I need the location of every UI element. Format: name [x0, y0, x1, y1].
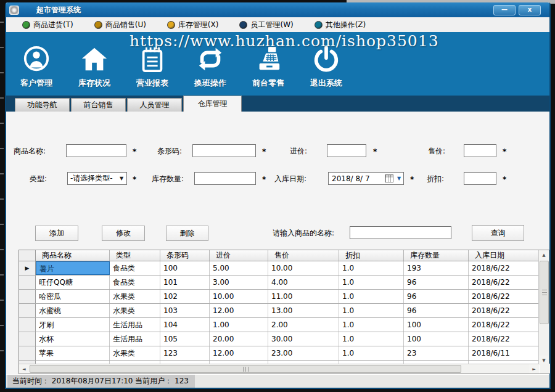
scroll-right-icon[interactable]: ►: [529, 364, 539, 374]
vertical-scrollbar[interactable]: ▲ ▼: [538, 250, 549, 365]
chevron-down-icon[interactable]: ▼: [395, 176, 403, 181]
table-cell[interactable]: 2018/6/22: [469, 304, 540, 317]
modify-button[interactable]: 修改: [102, 226, 145, 241]
buy-price-input[interactable]: [327, 144, 366, 157]
table-cell[interactable]: 1.0: [339, 261, 404, 275]
row-selector[interactable]: [19, 332, 36, 346]
row-selector[interactable]: ▶: [19, 261, 36, 275]
table-cell[interactable]: 193: [404, 261, 469, 275]
table-cell[interactable]: 2018/6/22: [469, 318, 540, 332]
table-cell[interactable]: 牙刷: [36, 318, 110, 332]
product-name-input[interactable]: [66, 144, 126, 157]
column-header-discount[interactable]: 折扣: [339, 250, 404, 261]
table-cell[interactable]: 103: [160, 304, 210, 317]
discount-input[interactable]: [464, 172, 496, 185]
table-cell[interactable]: 100: [404, 332, 469, 346]
barcode-input[interactable]: [192, 144, 256, 157]
table-cell[interactable]: 4.00: [268, 276, 339, 289]
table-cell[interactable]: 1.0: [339, 346, 404, 360]
title-bar[interactable]: 超市管理系统 — x: [6, 2, 549, 17]
table-cell[interactable]: 3.00: [210, 276, 268, 289]
tab-personnel[interactable]: 人员管理: [127, 98, 182, 112]
column-header-buyprice[interactable]: 进价: [210, 250, 268, 261]
table-row[interactable]: 哈密瓜水果类10210.0011.001.0962018/6/22: [19, 290, 549, 304]
type-select[interactable]: -请选择类型- ▼: [67, 172, 127, 185]
row-selector[interactable]: [19, 276, 36, 289]
table-cell[interactable]: 104: [160, 318, 210, 332]
calendar-icon[interactable]: [385, 174, 393, 182]
table-cell[interactable]: 100: [160, 261, 210, 275]
table-cell[interactable]: 水果类: [110, 346, 160, 360]
search-input[interactable]: [350, 226, 451, 239]
horizontal-scrollbar[interactable]: ◄ ►: [19, 364, 539, 374]
table-cell[interactable]: 薯片: [36, 261, 110, 275]
menu-item-purchase[interactable]: 商品进货(T): [20, 18, 76, 31]
table-row[interactable]: 水蜜桃水果类10312.0013.001.0962018/6/22: [19, 304, 549, 318]
toolbar-stock-status[interactable]: 库存状况: [65, 32, 123, 96]
table-cell[interactable]: 食品类: [110, 261, 160, 275]
column-header-barcode[interactable]: 条形码: [160, 250, 210, 261]
column-header-type[interactable]: 类型: [110, 250, 160, 261]
table-cell[interactable]: 102: [160, 290, 210, 303]
table-cell[interactable]: 2018/6/22: [469, 332, 540, 346]
menu-item-other[interactable]: 其他操作(Z): [312, 18, 369, 31]
menu-item-sales[interactable]: 商品销售(U): [92, 18, 149, 31]
table-cell[interactable]: 96: [404, 304, 469, 317]
table-cell[interactable]: 105: [160, 332, 210, 346]
table-cell[interactable]: 1.0: [339, 318, 404, 332]
table-cell[interactable]: 1.0: [339, 276, 404, 289]
stock-qty-input[interactable]: [194, 172, 256, 185]
table-cell[interactable]: 96: [404, 276, 469, 289]
table-cell[interactable]: 生活用品: [110, 318, 160, 332]
tab-warehouse[interactable]: 仓库管理: [183, 96, 242, 112]
table-cell[interactable]: 食品类: [110, 276, 160, 289]
scroll-up-icon[interactable]: ▲: [539, 250, 549, 259]
table-cell[interactable]: 96: [404, 290, 469, 303]
table-cell[interactable]: 123: [160, 346, 210, 360]
menu-item-inventory[interactable]: 库存管理(X): [165, 18, 221, 31]
row-selector[interactable]: [19, 304, 36, 317]
table-cell[interactable]: 水果类: [110, 304, 160, 317]
column-header-stockqty[interactable]: 库存数量: [404, 250, 469, 261]
table-cell[interactable]: 1.0: [339, 304, 404, 317]
table-cell[interactable]: 11.00: [268, 290, 339, 303]
table-row[interactable]: 水杯生活用品10520.0030.001.01002018/6/22: [19, 332, 549, 346]
table-cell[interactable]: 2018/6/11: [469, 346, 540, 360]
query-button[interactable]: 查询: [472, 225, 524, 241]
chevron-down-icon[interactable]: ▼: [117, 176, 126, 181]
table-cell[interactable]: 30.00: [268, 332, 339, 346]
table-cell[interactable]: 苹果: [36, 346, 110, 360]
sell-price-input[interactable]: [464, 144, 496, 157]
delete-button[interactable]: 删除: [166, 226, 208, 241]
tab-front-sales[interactable]: 前台销售: [71, 98, 126, 112]
table-cell[interactable]: 哈密瓜: [36, 290, 110, 303]
close-button[interactable]: x: [519, 5, 541, 15]
table-cell[interactable]: 100: [404, 318, 469, 332]
table-row[interactable]: 苹果水果类12312.0023.001.0232018/6/11: [19, 346, 549, 361]
table-cell[interactable]: 101: [160, 276, 210, 289]
table-cell[interactable]: 20.00: [210, 332, 268, 346]
table-cell[interactable]: 2018/6/22: [469, 261, 540, 275]
table-cell[interactable]: 水杯: [36, 332, 110, 346]
table-cell[interactable]: 2.00: [268, 318, 339, 332]
table-cell[interactable]: 23.00: [268, 346, 339, 360]
column-header-stockdate[interactable]: 入库日期: [469, 250, 540, 261]
table-cell[interactable]: 5.00: [210, 261, 268, 275]
table-cell[interactable]: 水果类: [110, 290, 160, 303]
row-selector[interactable]: [19, 346, 36, 360]
table-cell[interactable]: 13.00: [268, 304, 339, 317]
table-cell[interactable]: 1.0: [339, 290, 404, 303]
table-cell[interactable]: 23: [404, 346, 469, 360]
table-cell[interactable]: 10.00: [210, 290, 268, 303]
scroll-left-icon[interactable]: ◄: [19, 364, 29, 374]
table-row[interactable]: ▶薯片食品类1005.0010.001.01932018/6/22: [19, 261, 549, 276]
table-cell[interactable]: 旺仔QQ糖: [36, 276, 110, 289]
table-cell[interactable]: 生活用品: [110, 332, 160, 346]
table-cell[interactable]: 2018/6/22: [469, 276, 540, 289]
add-button[interactable]: 添加: [35, 226, 78, 241]
table-cell[interactable]: 1.0: [339, 332, 404, 346]
tab-function-nav[interactable]: 功能导航: [15, 98, 70, 112]
table-cell[interactable]: 水蜜桃: [36, 304, 110, 317]
table-cell[interactable]: 10.00: [268, 261, 339, 275]
column-header-sellprice[interactable]: 售价: [268, 250, 339, 261]
